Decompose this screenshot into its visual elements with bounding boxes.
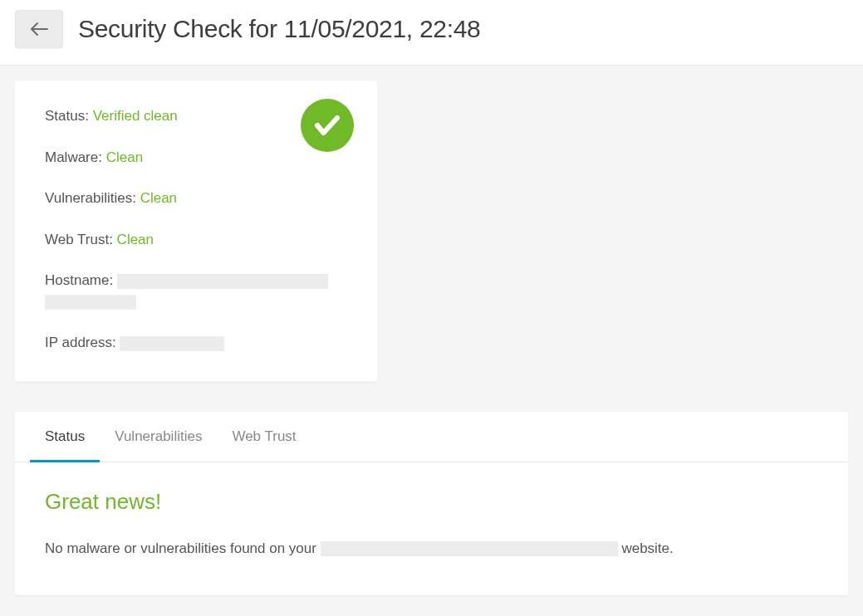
malware-value: Clean — [106, 149, 143, 165]
status-value: Verified clean — [93, 108, 178, 124]
webtrust-value: Clean — [117, 232, 154, 247]
status-label: Status: — [45, 108, 93, 124]
details-panel: Status Vulnerabilities Web Trust Great n… — [15, 412, 848, 596]
panel-body: Great news! No malware or vulnerabilitie… — [15, 462, 848, 596]
page-title: Security Check for 11/05/2021, 22:48 — [78, 15, 481, 43]
malware-label: Malware: — [45, 149, 106, 165]
tab-vulnerabilities[interactable]: Vulnerabilities — [100, 412, 217, 462]
hostname-value-redacted-2 — [45, 295, 136, 310]
content-area: Status: Verified clean Malware: Clean Vu… — [0, 66, 863, 610]
hostname-value-redacted — [117, 274, 328, 289]
page-header: Security Check for 11/05/2021, 22:48 — [0, 0, 863, 66]
ip-label: IP address: — [45, 335, 120, 350]
tab-bar: Status Vulnerabilities Web Trust — [15, 412, 848, 462]
arrow-left-icon — [29, 22, 49, 37]
tab-webtrust[interactable]: Web Trust — [217, 412, 311, 462]
summary-card: Status: Verified clean Malware: Clean Vu… — [15, 81, 377, 382]
hostname-row: Hostname: — [45, 270, 347, 312]
site-name-redacted — [321, 541, 618, 556]
result-heading: Great news! — [45, 489, 818, 515]
back-button[interactable] — [15, 10, 63, 48]
vulnerabilities-value: Clean — [140, 190, 177, 206]
check-circle-icon — [301, 99, 354, 152]
desc-after: website. — [618, 540, 674, 556]
hostname-label: Hostname: — [45, 272, 117, 288]
result-description: No malware or vulnerabilities found on y… — [45, 538, 818, 560]
vulnerabilities-row: Vulnerabilities: Clean — [45, 188, 347, 209]
vulnerabilities-label: Vulnerabilities: — [45, 190, 140, 206]
desc-before: No malware or vulnerabilities found on y… — [45, 540, 321, 556]
webtrust-label: Web Trust: — [45, 232, 117, 247]
tab-status[interactable]: Status — [30, 412, 100, 462]
ip-value-redacted — [120, 336, 224, 351]
ip-row: IP address: — [45, 332, 347, 354]
malware-row: Malware: Clean — [45, 147, 347, 169]
webtrust-row: Web Trust: Clean — [45, 229, 347, 251]
